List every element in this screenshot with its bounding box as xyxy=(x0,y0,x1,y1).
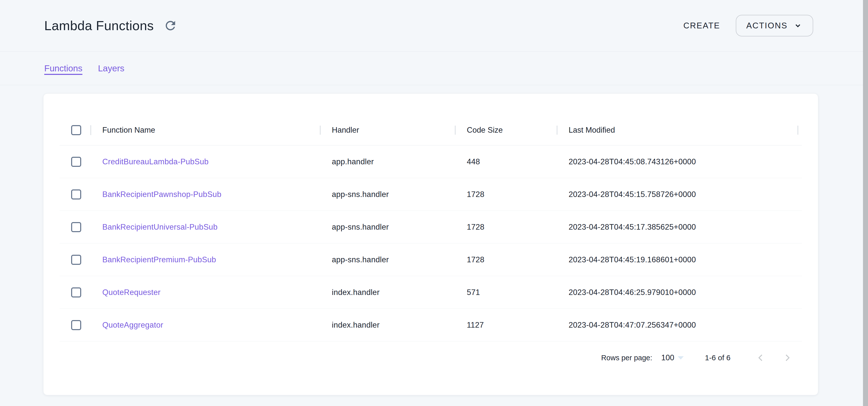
chevron-left-icon xyxy=(756,353,766,363)
functions-table-card: Function Name Handler Code Size Last Mod… xyxy=(43,94,818,395)
column-header-label: Last Modified xyxy=(568,126,615,134)
column-header-handler[interactable]: Handler xyxy=(321,126,456,135)
table-row: QuoteAggregator index.handler 1127 2023-… xyxy=(60,309,802,341)
row-checkbox[interactable] xyxy=(71,287,81,298)
row-checkbox-cell xyxy=(60,157,91,167)
handler-cell: index.handler xyxy=(321,320,456,330)
chevron-right-icon xyxy=(782,353,792,363)
table-pagination: Rows per page: 100 1-6 of 6 xyxy=(60,341,802,374)
column-header-code-size[interactable]: Code Size xyxy=(456,126,558,135)
table-row: BankRecipientPremium-PubSub app-sns.hand… xyxy=(60,243,802,276)
column-header-function-name[interactable]: Function Name xyxy=(91,126,321,135)
vertical-scrollbar[interactable] xyxy=(863,0,868,406)
column-header-label: Handler xyxy=(332,126,359,134)
row-checkbox[interactable] xyxy=(71,222,81,232)
last-modified-cell: 2023-04-28T04:45:08.743126+0000 xyxy=(558,157,798,166)
rows-per-page-select[interactable]: 100 xyxy=(661,353,684,362)
function-name-link[interactable]: QuoteAggregator xyxy=(102,320,163,329)
handler-cell: index.handler xyxy=(321,288,456,297)
row-checkbox[interactable] xyxy=(71,320,81,330)
code-size-cell: 1728 xyxy=(456,223,558,232)
last-modified-cell: 2023-04-28T04:45:15.758726+0000 xyxy=(558,190,798,199)
last-modified-cell: 2023-04-28T04:47:07.256347+0000 xyxy=(558,320,798,330)
rows-per-page-value: 100 xyxy=(661,353,675,362)
dropdown-arrow-icon xyxy=(678,356,684,360)
code-size-cell: 1728 xyxy=(456,190,558,199)
function-name-link[interactable]: BankRecipientPawnshop-PubSub xyxy=(102,190,221,199)
handler-cell: app.handler xyxy=(321,157,456,166)
function-name-cell: QuoteAggregator xyxy=(91,320,321,330)
refresh-icon xyxy=(163,19,178,33)
function-name-cell: CreditBureauLambda-PubSub xyxy=(91,157,321,166)
row-checkbox[interactable] xyxy=(71,157,81,167)
function-name-cell: BankRecipientPremium-PubSub xyxy=(91,255,321,264)
function-name-link[interactable]: BankRecipientUniversal-PubSub xyxy=(102,223,217,231)
column-header-label: Function Name xyxy=(102,126,155,134)
actions-button-label: ACTIONS xyxy=(746,21,787,30)
row-checkbox-cell xyxy=(60,320,91,330)
actions-button[interactable]: ACTIONS xyxy=(736,15,813,36)
select-all-cell xyxy=(60,125,91,135)
table-row: QuoteRequester index.handler 571 2023-04… xyxy=(60,276,802,309)
code-size-cell: 571 xyxy=(456,288,558,297)
last-modified-cell: 2023-04-28T04:45:17.385625+0000 xyxy=(558,223,798,232)
chevron-down-icon xyxy=(793,21,803,30)
table-header-row: Function Name Handler Code Size Last Mod… xyxy=(60,115,802,145)
last-modified-cell: 2023-04-28T04:46:25.979010+0000 xyxy=(558,288,798,297)
function-name-link[interactable]: CreditBureauLambda-PubSub xyxy=(102,157,209,166)
tabs-bar: Functions Layers xyxy=(0,52,868,85)
tab-functions[interactable]: Functions xyxy=(44,63,83,73)
last-modified-cell: 2023-04-28T04:45:19.168601+0000 xyxy=(558,255,798,264)
column-header-label: Code Size xyxy=(467,126,503,134)
tab-layers[interactable]: Layers xyxy=(98,63,124,73)
table-body: CreditBureauLambda-PubSub app.handler 44… xyxy=(60,145,802,341)
table-row: BankRecipientUniversal-PubSub app-sns.ha… xyxy=(60,211,802,243)
function-name-cell: BankRecipientUniversal-PubSub xyxy=(91,223,321,232)
handler-cell: app-sns.handler xyxy=(321,190,456,199)
page-header: Lambda Functions CREATE ACTIONS xyxy=(0,0,868,52)
rows-per-page-label: Rows per page: xyxy=(601,354,652,362)
table-row: CreditBureauLambda-PubSub app.handler 44… xyxy=(60,145,802,178)
row-checkbox-cell xyxy=(60,287,91,298)
function-name-cell: QuoteRequester xyxy=(91,288,321,297)
handler-cell: app-sns.handler xyxy=(321,223,456,232)
page-title: Lambda Functions xyxy=(44,18,154,33)
previous-page-button[interactable] xyxy=(753,350,769,366)
refresh-button[interactable] xyxy=(163,18,178,33)
function-name-link[interactable]: QuoteRequester xyxy=(102,288,161,297)
row-checkbox[interactable] xyxy=(71,255,81,265)
code-size-cell: 1728 xyxy=(456,255,558,264)
create-button[interactable]: CREATE xyxy=(677,16,726,35)
table-row: BankRecipientPawnshop-PubSub app-sns.han… xyxy=(60,178,802,211)
handler-cell: app-sns.handler xyxy=(321,255,456,264)
row-checkbox[interactable] xyxy=(71,190,81,200)
row-checkbox-cell xyxy=(60,190,91,200)
code-size-cell: 448 xyxy=(456,157,558,166)
next-page-button[interactable] xyxy=(779,350,795,366)
select-all-checkbox[interactable] xyxy=(71,125,81,135)
code-size-cell: 1127 xyxy=(456,320,558,330)
row-checkbox-cell xyxy=(60,222,91,232)
function-name-cell: BankRecipientPawnshop-PubSub xyxy=(91,190,321,199)
pagination-range-label: 1-6 of 6 xyxy=(705,353,731,362)
column-header-last-modified[interactable]: Last Modified xyxy=(558,126,798,135)
row-checkbox-cell xyxy=(60,255,91,265)
function-name-link[interactable]: BankRecipientPremium-PubSub xyxy=(102,255,216,264)
